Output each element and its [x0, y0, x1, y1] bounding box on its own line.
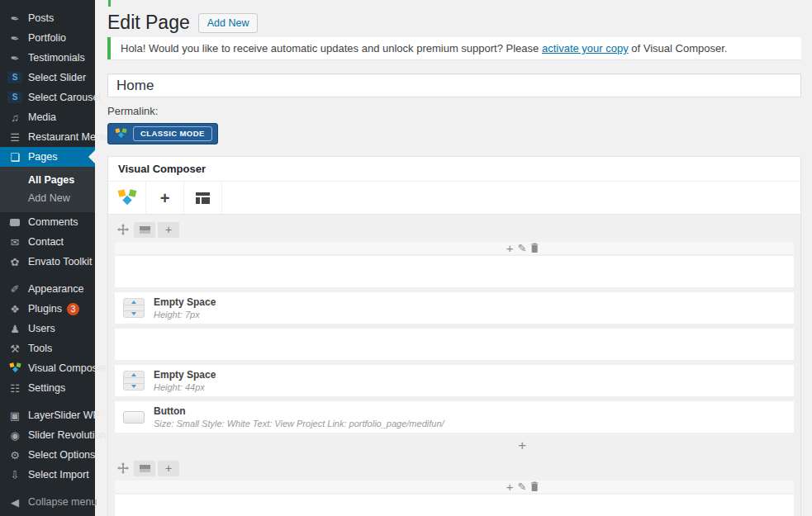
column-edit-button[interactable]: ✎	[518, 481, 527, 492]
button-icon	[123, 411, 145, 424]
vc-element-empty-space[interactable]: Empty SpaceHeight: 7px	[115, 292, 794, 324]
sidebar-item-media[interactable]: ♫Media	[0, 107, 95, 127]
sidebar-item-testimonials[interactable]: ✒Testimonials	[0, 48, 95, 68]
media-icon: ♫	[7, 111, 22, 124]
brush-icon: ✐	[7, 283, 22, 296]
classic-mode-button[interactable]: CLASSIC MODE	[107, 123, 218, 144]
row-toolbar: +	[115, 220, 794, 239]
element-meta: Height: 44px	[154, 382, 216, 392]
sidebar-item-visual-composer[interactable]: Visual Composer	[0, 358, 95, 378]
post-title-input[interactable]: Home	[107, 73, 801, 97]
sidebar-item-posts[interactable]: ✒Posts	[0, 8, 95, 28]
vc-element-empty-space[interactable]: Empty SpaceHeight: 44px	[115, 365, 794, 396]
sidebar-item-users[interactable]: ♟Users	[0, 319, 95, 338]
vc-element-button[interactable]: ButtonSize: Small Style: White Text: Vie…	[115, 401, 794, 433]
sidebar-item-select-slider[interactable]: SSelect Slider	[0, 68, 95, 88]
column-header: + ✎	[115, 242, 794, 254]
sidebar-item-contact[interactable]: ✉Contact	[0, 232, 95, 252]
vc-element-blank[interactable]	[115, 329, 794, 360]
row-layout-icon	[140, 226, 150, 234]
column-edit-button[interactable]: ✎	[518, 243, 527, 253]
sidebar-item-tools[interactable]: ⚒Tools	[0, 338, 95, 358]
notice-remnant	[108, 0, 111, 7]
column-add-element-button[interactable]: +	[506, 481, 514, 492]
visual-composer-icon	[115, 128, 127, 140]
sidebar-item-label: Select Options	[28, 449, 95, 461]
move-icon	[117, 462, 129, 474]
sidebar-item-select-carousel[interactable]: SSelect Carousel	[0, 88, 95, 107]
sidebar-item-label: Posts	[28, 12, 54, 24]
row-layout-button[interactable]	[134, 461, 155, 476]
sidebar-item-label: Visual Composer	[28, 362, 107, 374]
sidebar-item-label: Select Import	[28, 469, 89, 480]
column-add-element-button[interactable]: +	[506, 243, 514, 253]
gear-icon: ⚙	[7, 449, 22, 462]
empty-space-icon	[123, 371, 145, 391]
sidebar-item-pages[interactable]: ❏Pages	[0, 147, 95, 167]
pages-submenu: All PagesAdd New	[0, 167, 95, 212]
plus-icon: +	[518, 438, 526, 454]
import-icon: ⇩	[7, 469, 22, 481]
sidebar-item-settings[interactable]: ☷Settings	[0, 378, 95, 398]
add-element-bottom[interactable]: +	[115, 438, 794, 454]
metabox-title: Visual Composer	[108, 157, 800, 182]
submenu-item-all-pages[interactable]: All Pages	[0, 171, 95, 189]
row-layout-icon	[140, 465, 150, 472]
admin-sidebar: ✒Posts✒Portfolio✒TestimonialsSSelect Sli…	[0, 0, 95, 516]
column-delete-button[interactable]	[531, 481, 539, 493]
sidebar-item-comments[interactable]: Comments	[0, 212, 95, 232]
add-element-toolbar-button[interactable]: +	[146, 182, 184, 215]
plugin-icon: ❖	[7, 303, 22, 315]
sidebar-item-appearance[interactable]: ✐Appearance	[0, 279, 95, 299]
envelope-icon: ✉	[7, 236, 22, 249]
vc-column-elements	[115, 495, 794, 516]
sidebar-item-layerslider-wp[interactable]: ▣LayerSlider WP	[0, 405, 95, 425]
sidebar-item-label: Comments	[28, 216, 78, 228]
page-title: Edit Page	[107, 12, 190, 34]
row-add-button[interactable]: +	[158, 222, 179, 238]
notice-text-after: of Visual Composer.	[629, 42, 728, 54]
add-new-button[interactable]: Add New	[198, 13, 259, 33]
plus-icon: +	[165, 462, 172, 474]
sidebar-item-envato-toolkit[interactable]: ✿Envato Toolkit	[0, 252, 95, 272]
row-drag-handle[interactable]	[115, 224, 131, 235]
sidebar-item-slider-revolution[interactable]: ◉Slider Revolution	[0, 425, 95, 445]
vc-element-blank[interactable]	[115, 256, 794, 287]
sidebar-item-label: LayerSlider WP	[28, 409, 100, 421]
tools-icon: ⚒	[7, 343, 22, 355]
menu-list-icon: ☰	[7, 131, 22, 144]
vc-element-blank[interactable]	[115, 495, 794, 516]
sidebar-item-label: Media	[28, 111, 56, 123]
sidebar-item-portfolio[interactable]: ✒Portfolio	[0, 28, 95, 48]
sidebar-item-restaurant-menu[interactable]: ☰Restaurant Menu	[0, 127, 95, 147]
templates-button[interactable]	[184, 182, 222, 215]
sidebar-item-collapse-menu[interactable]: ◀Collapse menu	[0, 492, 95, 512]
pin-icon: ✒	[7, 31, 23, 45]
sidebar-item-label: Tools	[28, 343, 52, 354]
vc-row-2: + + ✎ +	[115, 458, 794, 516]
notice-text: Hola! Would you like to receive automati…	[121, 42, 542, 54]
main-content: Edit Page Add New Hola! Would you like t…	[95, 0, 812, 516]
submenu-item-add-new[interactable]: Add New	[0, 189, 95, 207]
row-drag-handle[interactable]	[115, 462, 131, 474]
row-layout-button[interactable]	[134, 222, 155, 238]
column-delete-button[interactable]	[531, 243, 539, 254]
row-add-button[interactable]: +	[158, 461, 179, 476]
vc-column-elements: Empty SpaceHeight: 7pxEmpty SpaceHeight:…	[115, 256, 794, 433]
sidebar-item-label: Appearance	[28, 283, 83, 295]
sidebar-item-label: Portfolio	[28, 32, 66, 44]
sidebar-item-select-import[interactable]: ⇩Select Import	[0, 465, 95, 485]
vc-logo-button[interactable]	[108, 182, 146, 215]
template-layout-icon	[196, 192, 210, 204]
activate-copy-link[interactable]: activate your copy	[542, 42, 629, 54]
sidebar-item-label: Slider Revolution	[28, 429, 107, 441]
row-toolbar: +	[115, 458, 794, 478]
sidebar-item-label: Pages	[28, 151, 57, 163]
sidebar-item-plugins[interactable]: ❖Plugins3	[0, 299, 95, 319]
element-title: Button	[154, 405, 444, 417]
sidebar-item-label: Select Slider	[28, 72, 86, 83]
sidebar-item-label: Users	[28, 323, 55, 334]
sidebar-item-select-options[interactable]: ⚙Select Options	[0, 445, 95, 465]
element-meta: Height: 7px	[154, 310, 216, 320]
comment-icon	[7, 216, 22, 228]
